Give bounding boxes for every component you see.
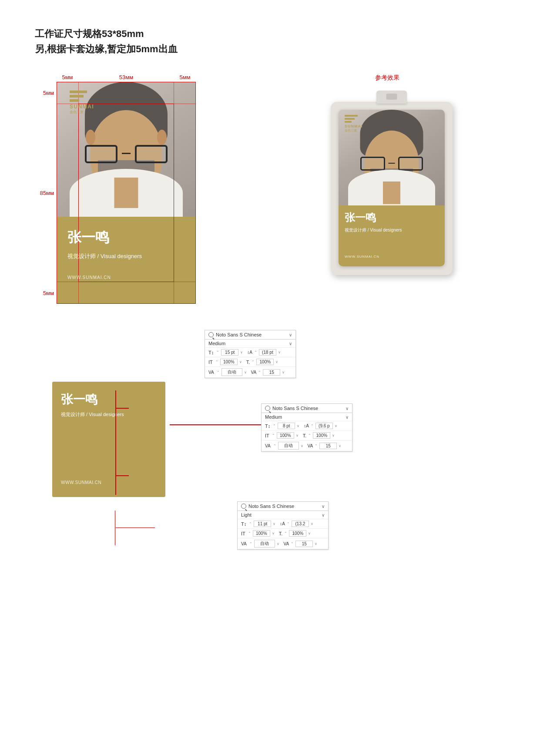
annotation-row: 张一鸣 视觉设计师 / Visual designers WWW.SUNMAI.… <box>35 382 522 497</box>
bot-font-name: Noto Sans S Chinese <box>248 504 319 509</box>
holder-card-name: 张一鸣 <box>345 211 439 225</box>
top-leading: (18 pt <box>259 349 276 356</box>
bot-metrics: 15 <box>295 541 313 547</box>
page-container: 工作证尺寸规格53*85mm 另,根据卡套边缘,暂定加5mm出血 5мм 53м… <box>0 0 557 756</box>
top-size: 15 pt <box>221 349 238 356</box>
measure-5mm-right: 5мм <box>174 74 196 81</box>
card-website: WWW.SUNMAI.CN <box>67 275 111 280</box>
card-name: 张一鸣 <box>67 228 109 247</box>
right-track1: 100% <box>277 432 294 439</box>
bottom-typo-panel: Noto Sans S Chinese ∨ Light ∨ T↕ ⌃ 11 pt… <box>237 501 329 550</box>
preview-name: 张一鸣 <box>61 391 157 408</box>
bot-size: 11 pt <box>254 521 271 527</box>
header-line1: 工作证尺寸规格53*85mm <box>35 26 522 41</box>
measure-53mm: 53мм <box>78 74 174 81</box>
measure-85mm: 85мм <box>40 104 54 282</box>
right-typo-panel: Noto Sans S Chinese ∨ Medium ∨ T↕ ⌃ 8 pt… <box>261 403 352 452</box>
holder-card-url: WWW.SUNMAI.CN <box>345 255 379 259</box>
top-metrics: 15 <box>263 369 280 376</box>
right-leading: (9.6 p <box>315 423 333 429</box>
right-track2: 100% <box>313 432 330 439</box>
annotation-section: Noto Sans S Chinese ∨ Medium ∨ T↕ ⌃ 15 p… <box>35 330 522 550</box>
right-kerning: 自动 <box>278 442 299 450</box>
right-search-icon <box>265 406 270 411</box>
bot-kerning: 自动 <box>254 540 275 548</box>
measure-5mm-bot: 5мм <box>43 282 54 304</box>
card-holder: SUNMAI 金色三麦 张一鸣 视觉设计师 / Visual designers… <box>331 91 453 275</box>
top-track2: 100% <box>256 359 274 365</box>
diagram-container: 5мм 53мм 5мм 5мм 85мм 5мм <box>35 74 218 304</box>
bot-panel-hline <box>116 528 155 528</box>
right-weight: Medium <box>265 414 346 420</box>
title-hline <box>170 424 261 425</box>
preview-url: WWW.SUNMAI.CN <box>61 480 101 485</box>
bot-weight: Light <box>241 512 322 517</box>
card-title: 视觉设计师 / Visual designers <box>67 252 142 260</box>
top-font-name: Noto Sans S Chinese <box>216 332 287 337</box>
holder-logo-text: SUNMAI <box>345 124 363 128</box>
preview-title: 视觉设计师 / Visual designers <box>61 411 157 418</box>
top-weight: Medium <box>208 341 289 346</box>
holder-card-title: 视觉设计师 / Visual designers <box>345 227 439 233</box>
bot-track2: 100% <box>289 530 306 537</box>
header-text: 工作证尺寸规格53*85mm 另,根据卡套边缘,暂定加5mm出血 <box>35 26 522 57</box>
bot-track1: 100% <box>253 530 270 537</box>
bot-search-icon <box>241 504 246 509</box>
logo-text: SUNMAI <box>70 104 94 110</box>
bottom-typo-panel-wrapper: Noto Sans S Chinese ∨ Light ∨ T↕ ⌃ 11 pt… <box>237 501 329 550</box>
measure-5mm-top: 5мм <box>43 82 54 104</box>
bot-vline <box>115 511 116 545</box>
top-typo-panel-wrapper: Noto Sans S Chinese ∨ Medium ∨ T↕ ⌃ 15 p… <box>205 330 522 378</box>
bottom-annotation-row: Noto Sans S Chinese ∨ Light ∨ T↕ ⌃ 11 pt… <box>35 501 522 550</box>
bot-leading: (13.2 <box>292 521 309 527</box>
top-chevron: ∨ <box>289 333 292 337</box>
top-typo-panel: Noto Sans S Chinese ∨ Medium ∨ T↕ ⌃ 15 p… <box>205 330 296 378</box>
bot-hline <box>116 475 129 476</box>
search-icon <box>208 332 214 337</box>
card-logo: SUNMAI 金色三麦 <box>70 91 94 114</box>
reference-label: 参考效果 <box>261 74 513 82</box>
right-font-name: Noto Sans S Chinese <box>272 406 343 411</box>
top-kerning: 自动 <box>221 368 242 376</box>
top-hline <box>116 408 129 409</box>
header-line2: 另,根据卡套边缘,暂定加5mm出血 <box>35 41 522 57</box>
logo-cn: 金色三麦 <box>70 110 94 114</box>
gold-card-preview: 张一鸣 视觉设计师 / Visual designers WWW.SUNMAI.… <box>52 382 165 497</box>
measure-5mm-left: 5мм <box>57 74 78 81</box>
right-metrics: 15 <box>319 443 337 449</box>
left-vline <box>115 390 116 495</box>
right-size: 8 pt <box>278 423 295 429</box>
top-track1: 100% <box>220 359 238 365</box>
reference-section: 参考效果 <box>252 74 522 275</box>
holder-logo-cn: 金色三麦 <box>345 128 363 133</box>
right-typo-panel-wrapper: Noto Sans S Chinese ∨ Medium ∨ T↕ ⌃ 8 pt… <box>261 403 352 452</box>
card-diagram: SUNMAI 金色三麦 张一鸣 视觉设计师 / Visual designers… <box>57 82 196 304</box>
top-section: 5мм 53мм 5мм 5мм 85мм 5мм <box>35 74 522 304</box>
